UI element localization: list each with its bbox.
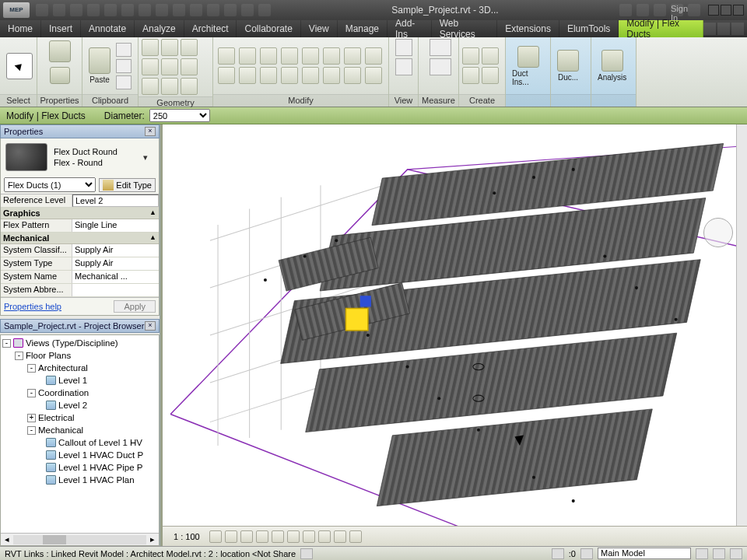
project-browser-close-icon[interactable]: × [145, 321, 156, 331]
qat-undo-icon[interactable] [87, 4, 100, 16]
type-selector[interactable]: Flex Duct Round Flex - Round ▾ [1, 138, 159, 176]
cut-icon[interactable] [116, 43, 132, 57]
tree-mechanical[interactable]: Mechanical [38, 424, 83, 436]
diameter-select[interactable]: 250 [149, 109, 210, 122]
tab-manage[interactable]: Manage [338, 20, 388, 37]
crop-view-icon[interactable] [287, 530, 300, 543]
tree-architectural[interactable]: Architectural [38, 362, 88, 374]
demolish-icon[interactable] [161, 78, 178, 95]
mirror-axis-icon[interactable] [260, 47, 277, 65]
prop-cat-graphics[interactable]: Graphics▲ [1, 208, 159, 219]
tree-floorplans[interactable]: Floor Plans [26, 349, 71, 362]
project-browser-header[interactable]: Sample_Project.rvt - Project Browser × [0, 319, 160, 333]
tab-addins[interactable]: Add-Ins [388, 20, 432, 37]
project-browser-tree[interactable]: -Views (Type/Discipline) -Floor Plans -A… [1, 335, 159, 533]
offset-icon[interactable] [239, 47, 256, 65]
split-icon[interactable] [218, 67, 235, 84]
unpin-icon[interactable] [302, 67, 319, 84]
align-icon[interactable] [218, 47, 235, 65]
tree-level1a[interactable]: Level 1 [58, 374, 87, 387]
status-btn-3[interactable] [730, 548, 742, 559]
duct-insulation-button[interactable]: Duct Ins... [509, 44, 547, 88]
favorite-icon[interactable] [637, 4, 649, 16]
qat-text-icon[interactable] [173, 4, 185, 16]
tree-coordination[interactable]: Coordination [38, 387, 89, 399]
lock-3d-icon[interactable] [318, 530, 331, 543]
tree-toggle[interactable]: - [27, 426, 36, 435]
view-hide-icon[interactable] [395, 39, 412, 56]
qat-close-icon[interactable] [241, 4, 254, 16]
qat-align-icon[interactable] [156, 4, 168, 16]
tab-annotate[interactable]: Annotate [81, 20, 135, 37]
qat-redo-icon[interactable] [104, 4, 117, 16]
trim-icon[interactable] [365, 47, 382, 65]
ribbon-scroll-right-icon[interactable] [717, 23, 730, 35]
analysis-button[interactable]: Analysis [594, 48, 630, 83]
tab-extensions[interactable]: Extensions [497, 20, 559, 37]
copy-mod-icon[interactable] [323, 47, 340, 65]
select-tool-button[interactable] [3, 51, 36, 81]
3d-model-canvas[interactable] [163, 124, 747, 546]
tree-electrical[interactable]: Electrical [38, 411, 75, 424]
tab-modify-flex-ducts[interactable]: Modify | Flex Ducts [619, 20, 703, 37]
qat-3d-icon[interactable] [190, 4, 202, 16]
apply-button[interactable]: Apply [114, 300, 156, 313]
pin-icon[interactable] [281, 67, 298, 84]
split-face-icon[interactable] [161, 58, 178, 75]
prop-ref-level-value[interactable]: Level 2 [72, 194, 159, 207]
paint-icon[interactable] [142, 58, 159, 75]
properties-button[interactable] [46, 39, 74, 64]
instance-filter-select[interactable]: Flex Ducts (1) [4, 177, 96, 192]
status-btn-1[interactable] [696, 548, 708, 559]
tab-collaborate[interactable]: Collaborate [237, 20, 300, 37]
create-assembly-icon[interactable] [462, 67, 479, 84]
tree-toggle[interactable]: - [27, 389, 36, 397]
tree-level2c[interactable]: Level 2 [58, 399, 87, 411]
wall-join-icon[interactable] [181, 58, 198, 75]
tab-analyze[interactable]: Analyze [135, 20, 184, 37]
cope-icon[interactable] [142, 39, 159, 56]
create-group-icon[interactable] [482, 47, 499, 65]
selection-grip[interactable] [360, 296, 371, 306]
cut-geom-icon[interactable] [161, 39, 178, 56]
3d-viewport[interactable]: 1 : 100 [160, 124, 747, 546]
tree-hvacplan[interactable]: Level 1 HVAC Plan [58, 474, 135, 486]
qat-save-icon[interactable] [53, 4, 65, 16]
properties-close-icon[interactable]: × [145, 127, 156, 136]
tree-views[interactable]: Views (Type/Discipline) [26, 337, 118, 349]
tree-hvacduct[interactable]: Level 1 HVAC Duct P [58, 449, 143, 461]
dimension-icon[interactable] [430, 58, 451, 75]
type-dropdown-icon[interactable]: ▾ [143, 152, 154, 163]
rotate-icon[interactable] [344, 47, 361, 65]
rendering-icon[interactable] [272, 530, 284, 543]
shadows-icon[interactable] [256, 530, 268, 543]
tree-toggle[interactable]: + [27, 414, 36, 422]
viewport-vscroll[interactable] [736, 124, 747, 526]
status-btn-2[interactable] [713, 548, 725, 559]
tab-architect[interactable]: Architect [184, 20, 237, 37]
tab-elumtools[interactable]: ElumTools [559, 20, 619, 37]
beam-join-icon[interactable] [142, 78, 159, 95]
editable-only-icon[interactable] [552, 548, 564, 559]
properties-help-link[interactable]: Properties help [4, 302, 61, 311]
prop-sys-abbr-value[interactable] [72, 284, 159, 296]
tree-toggle[interactable]: - [15, 352, 23, 360]
tab-webservices[interactable]: Web Services [432, 20, 498, 37]
scale-icon[interactable] [260, 67, 277, 84]
sun-path-icon[interactable] [240, 530, 253, 543]
create-parts-icon[interactable] [482, 67, 499, 84]
qat-open-icon[interactable] [36, 4, 48, 16]
qat-section-icon[interactable] [207, 4, 219, 16]
properties-palette-header[interactable]: Properties × [0, 124, 160, 138]
duct-lining-button[interactable]: Duc... [554, 48, 582, 83]
ribbon-minimize-icon[interactable] [731, 23, 744, 35]
tree-toggle[interactable]: - [27, 364, 36, 373]
maximize-button[interactable] [721, 5, 731, 16]
measure-icon[interactable] [430, 39, 451, 56]
create-similar-icon[interactable] [462, 47, 479, 65]
user-icon[interactable] [654, 4, 666, 16]
minimize-button[interactable] [708, 5, 719, 16]
close-button[interactable] [733, 5, 744, 16]
group-icon[interactable] [344, 67, 361, 84]
type-properties-button[interactable] [47, 65, 73, 86]
